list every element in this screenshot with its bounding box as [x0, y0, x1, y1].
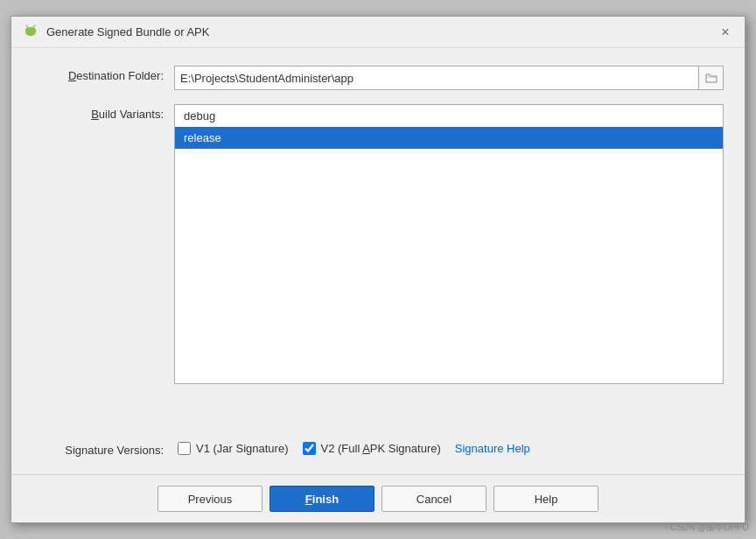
close-button[interactable]: ×	[717, 24, 734, 41]
button-bar: Previous Finish Cancel Help	[11, 474, 745, 522]
dialog-content: Destination Folder: Build Variants: debu…	[11, 48, 745, 474]
v2-checkbox[interactable]	[303, 442, 316, 455]
folder-icon	[705, 73, 718, 83]
signature-options: V1 (Jar Signature) V2 (Full APK Signatur…	[178, 442, 530, 455]
title-bar-left: Generate Signed Bundle or APK	[22, 24, 209, 41]
variant-item-debug[interactable]: debug	[175, 105, 723, 127]
signature-help-link[interactable]: Signature Help	[455, 442, 530, 455]
v2-label: V2 (Full APK Signature)	[321, 442, 441, 455]
v1-label: V1 (Jar Signature)	[196, 442, 289, 455]
svg-line-2	[26, 25, 28, 27]
signature-versions-label: Signature Versions:	[32, 440, 164, 457]
dialog-title: Generate Signed Bundle or APK	[46, 25, 209, 38]
android-icon	[22, 24, 39, 41]
dialog: Generate Signed Bundle or APK × Destinat…	[10, 16, 746, 523]
v1-checkbox[interactable]	[178, 442, 191, 455]
browse-folder-button[interactable]	[699, 66, 724, 90]
v2-checkbox-group: V2 (Full APK Signature)	[303, 442, 441, 455]
svg-line-3	[33, 25, 35, 27]
build-variants-label: Build Variants:	[32, 104, 164, 121]
destination-folder-input[interactable]	[174, 66, 699, 90]
destination-folder-label: Destination Folder:	[32, 66, 164, 82]
v1-checkbox-group: V1 (Jar Signature)	[178, 442, 289, 455]
cancel-button[interactable]: Cancel	[382, 486, 486, 512]
title-bar: Generate Signed Bundle or APK ×	[11, 17, 745, 48]
variant-item-release[interactable]: release	[175, 127, 723, 149]
previous-button[interactable]: Previous	[158, 486, 262, 512]
build-variants-section: Build Variants: debug release	[32, 104, 724, 426]
build-variants-list[interactable]: debug release	[174, 104, 724, 384]
signature-versions-row: Signature Versions: V1 (Jar Signature) V…	[32, 440, 724, 457]
destination-folder-input-group	[174, 66, 724, 90]
destination-folder-row: Destination Folder:	[32, 66, 724, 90]
help-button[interactable]: Help	[494, 486, 598, 512]
finish-button[interactable]: Finish	[270, 486, 374, 512]
watermark: CSDN @振华OPPO	[670, 522, 749, 534]
